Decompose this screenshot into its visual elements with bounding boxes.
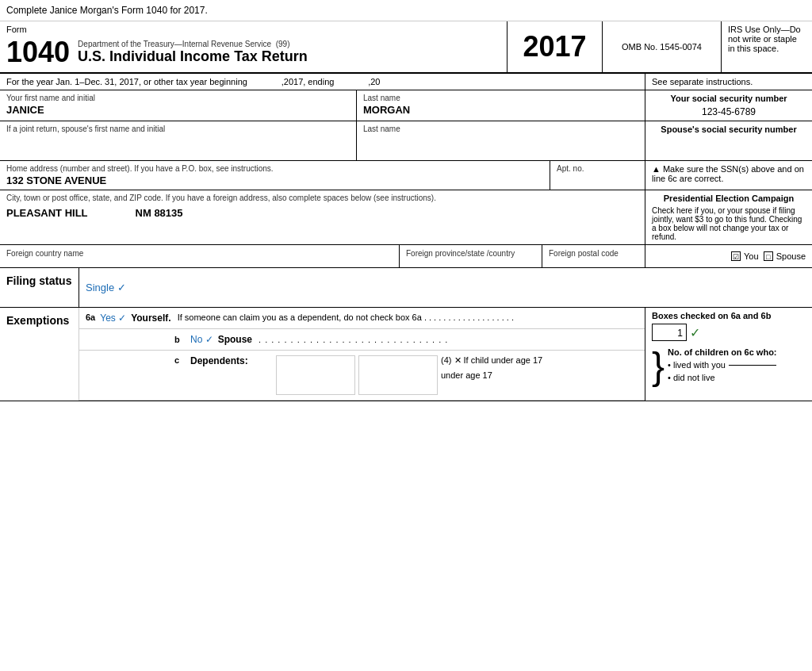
foreign-province-cell: Foreign province/state /country xyxy=(400,245,542,267)
ex-6a-desc: If someone can claim you as a dependent,… xyxy=(178,312,638,322)
spouse-last-label: Last name xyxy=(363,125,638,133)
boxes-checked-label: Boxes checked on 6a and 6b xyxy=(652,311,806,320)
exemptions-content: 6a Yes ✓ Yourself. If someone can claim … xyxy=(79,308,645,401)
foreign-province-label: Foreign province/state /country xyxy=(406,249,515,258)
ex-6c-text: Dependents: xyxy=(190,355,270,366)
city-value: PLEASANT HILL xyxy=(6,207,88,219)
city-cell: City, town or post office, state, and ZI… xyxy=(0,190,645,244)
form-number: 1040 xyxy=(6,36,70,69)
form-header: Form 1040 Department of the Treasury—Int… xyxy=(0,21,812,74)
spouse-ssn-label: Spouse's social security number xyxy=(652,125,806,134)
spouse-ssn-cell: Spouse's social security number xyxy=(645,121,812,160)
foreign-postal-label: Foreign postal code xyxy=(549,249,619,258)
city-row: City, town or post office, state, and ZI… xyxy=(0,190,812,245)
spouse-first-label: If a joint return, spouse's first name a… xyxy=(6,125,350,133)
did-not-live-label: • did not live xyxy=(668,373,715,382)
ssn-label: Your social security number xyxy=(652,94,806,103)
last-name-cell: Last name MORGAN xyxy=(357,90,645,121)
address-value: 132 STONE AVENUE xyxy=(6,174,543,186)
irs-use-only: IRS Use Only—Do not write or staple in t… xyxy=(722,21,812,72)
apt-label: Apt. no. xyxy=(557,164,638,173)
address-row: Home address (number and street). If you… xyxy=(0,161,812,190)
children-info: No. of children on 6c who: • lived with … xyxy=(668,347,777,382)
city-label: City, town or post office, state, and ZI… xyxy=(6,194,638,202)
spouse-last-cell: Last name xyxy=(357,121,645,160)
exemptions-right: Boxes checked on 6a and 6b 1 ✓ } No. of … xyxy=(645,308,812,401)
spouse-label: Spouse xyxy=(776,251,806,261)
ex-6a-status: Yes ✓ xyxy=(100,312,126,324)
ex-6b-status: No ✓ xyxy=(190,334,213,345)
did-not-live-row: • did not live xyxy=(668,373,777,382)
checkbox-you-checked[interactable]: ☑ xyxy=(731,251,742,261)
exemptions-section: Exemptions 6a Yes ✓ Yourself. If someone… xyxy=(0,308,812,401)
tax-year-instructions: See separate instructions. xyxy=(645,74,812,90)
filing-status-section: Filing status Single ✓ xyxy=(0,268,812,308)
brace-section: } No. of children on 6c who: • lived wit… xyxy=(652,347,806,385)
ssn-cell: Your social security number 123-45-6789 xyxy=(645,90,812,121)
apt-cell: Apt. no. xyxy=(550,161,645,190)
first-name-label: Your first name and initial xyxy=(6,94,350,102)
ex-6b-text: Spouse xyxy=(218,334,252,345)
ex-6a-label: 6a xyxy=(86,312,95,322)
you-label: You xyxy=(744,251,759,261)
ex-6c-row: c Dependents: (4) ✕ If child under age 1… xyxy=(79,351,645,401)
tax-year-row: For the year Jan. 1–Dec. 31, 2017, or ot… xyxy=(0,74,812,90)
state-zip-value: NM 88135 xyxy=(136,207,183,219)
header-left: Form 1040 Department of the Treasury—Int… xyxy=(0,21,508,72)
filing-single-value: Single ✓ xyxy=(86,282,126,293)
brace-icon: } xyxy=(652,347,665,385)
last-name-value: MORGAN xyxy=(363,104,638,116)
ex-6b-row: b No ✓ Spouse . . . . . . . . . . . . . … xyxy=(79,329,645,351)
checkbox-spouse[interactable]: □ xyxy=(764,251,775,261)
no-children-label: No. of children on 6c who: xyxy=(668,347,777,357)
form-label: Form xyxy=(6,25,500,34)
dept-label: Department of the Treasury—Internal Reve… xyxy=(78,40,308,48)
ex-6b-dots: . . . . . . . . . . . . . . . . . . . . … xyxy=(259,335,638,344)
ex-6a-text: Yourself. xyxy=(131,312,170,324)
filing-status-label: Filing status xyxy=(0,268,79,307)
presidential-cell: Presidential Election Campaign Check her… xyxy=(645,190,812,244)
foreign-country-cell: Foreign country name xyxy=(0,245,400,267)
spouse-first-cell: If a joint return, spouse's first name a… xyxy=(0,121,357,160)
lived-with-row: • lived with you xyxy=(668,360,777,370)
foreign-country-label: Foreign country name xyxy=(6,249,83,258)
address-cell: Home address (number and street). If you… xyxy=(0,161,550,190)
under-age-label: under age 17 xyxy=(441,370,638,380)
checkmark-icon: ✓ xyxy=(690,325,700,340)
lived-with-field xyxy=(729,365,776,366)
tax-year: 2017 xyxy=(508,21,603,72)
spouse-row: If a joint return, spouse's first name a… xyxy=(0,121,812,161)
address-label: Home address (number and street). If you… xyxy=(6,164,543,173)
omb-number: OMB No. 1545-0074 xyxy=(603,21,722,72)
first-name-value: JANICE xyxy=(6,104,350,116)
ex-6b-label: b xyxy=(174,335,187,344)
ex-6c-label: c xyxy=(174,355,187,365)
first-name-cell: Your first name and initial JANICE xyxy=(0,90,357,121)
name-row: Your first name and initial JANICE Last … xyxy=(0,90,812,121)
lived-with-label: • lived with you xyxy=(668,360,726,370)
dep-right: (4) ✕ If child under age 17 under age 17 xyxy=(441,355,638,380)
ssn-note-cell: ▲ Make sure the SSN(s) above and on line… xyxy=(645,161,812,190)
dep-col2 xyxy=(358,355,438,395)
ex-6a-row: 6a Yes ✓ Yourself. If someone can claim … xyxy=(79,308,645,329)
dep-col1 xyxy=(276,355,355,395)
presidential-text: Check here if you, or your spouse if fil… xyxy=(652,206,806,241)
form-title: U.S. Individual Income Tax Return xyxy=(78,48,308,64)
exemptions-label: Exemptions xyxy=(0,308,79,401)
ssn-value: 123-45-6789 xyxy=(652,106,806,117)
top-instruction: Complete Janice Morgan's Form 1040 for 2… xyxy=(0,0,812,21)
if-child-label: (4) ✕ If child under age 17 xyxy=(441,355,638,366)
presidential-checkboxes: ☑ You □ Spouse xyxy=(645,245,812,267)
last-name-label: Last name xyxy=(363,94,638,102)
foreign-postal-cell: Foreign postal code xyxy=(542,245,645,267)
boxes-value: 1 xyxy=(652,324,687,341)
filing-status-content: Single ✓ xyxy=(79,268,812,307)
foreign-row: Foreign country name Foreign province/st… xyxy=(0,245,812,268)
boxes-value-row: 1 ✓ xyxy=(652,324,806,341)
tax-year-text: For the year Jan. 1–Dec. 31, 2017, or ot… xyxy=(0,74,645,90)
presidential-title: Presidential Election Campaign xyxy=(652,194,806,203)
